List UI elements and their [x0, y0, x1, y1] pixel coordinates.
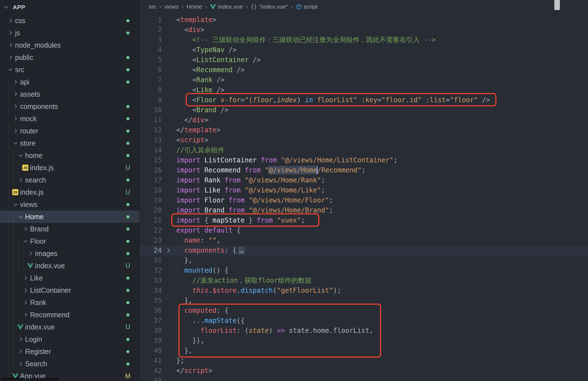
line-number[interactable]: 14: [139, 145, 162, 155]
code-line-11[interactable]: 11</div>: [139, 115, 588, 125]
breadcrumb-item-views[interactable]: views: [164, 3, 179, 10]
tree-item-like-21[interactable]: Like: [0, 272, 139, 284]
line-number[interactable]: 23: [139, 235, 162, 245]
line-number[interactable]: 3: [139, 35, 162, 45]
line-number[interactable]: 1: [139, 15, 162, 25]
line-number[interactable]: 11: [139, 115, 162, 125]
code-line-40[interactable]: 40},: [139, 346, 588, 356]
tree-item-node-modules-2[interactable]: node_modules: [0, 39, 139, 51]
tree-item-register-27[interactable]: Register: [0, 345, 139, 358]
code-line-2[interactable]: 2<div>: [139, 25, 588, 35]
breadcrumb-item-index-vue[interactable]: index.vue: [210, 3, 243, 10]
tree-item-components-7[interactable]: components: [0, 100, 139, 113]
line-number[interactable]: 40: [139, 346, 162, 356]
code-line-9[interactable]: 9<Floor v-for="(floor,index) in floorLis…: [139, 95, 588, 105]
code-line-21[interactable]: 21import { mapState } from "vuex";: [139, 215, 588, 225]
code-line-18[interactable]: 18import Like from "@/views/Home/Like";: [139, 185, 588, 195]
code-line-10[interactable]: 10<Brand />: [139, 105, 588, 115]
code-line-32[interactable]: 32mounted() {: [139, 265, 588, 275]
code-line-33[interactable]: 33//派发action，获取floor组件的数据: [139, 275, 588, 285]
line-number[interactable]: 17: [139, 175, 162, 185]
line-number[interactable]: 35: [139, 295, 162, 306]
tree-item-home-16[interactable]: Home: [0, 211, 139, 223]
tree-item-api-5[interactable]: api: [0, 76, 139, 88]
breadcrumb-item-home[interactable]: Home: [187, 3, 202, 10]
line-number[interactable]: 20: [139, 205, 162, 215]
line-number[interactable]: 36: [139, 306, 162, 316]
tree-item-mock-8[interactable]: mock: [0, 113, 139, 125]
code-area[interactable]: 1<template>2<div>3<!-- 三级联动全局组件：三级联动已经注册…: [139, 13, 588, 381]
line-number[interactable]: 41: [139, 356, 162, 366]
line-number[interactable]: 33: [139, 275, 162, 285]
code-line-16[interactable]: 16import Recommend from "@/views/Home/Re…: [139, 165, 588, 175]
code-line-34[interactable]: 34this.$store.dispatch("getFloorList");: [139, 285, 588, 295]
tree-item-search-13[interactable]: search: [0, 174, 139, 186]
code-line-13[interactable]: 13<script>: [139, 135, 588, 145]
code-line-5[interactable]: 5<ListContainer />: [139, 55, 588, 65]
line-number[interactable]: 4: [139, 45, 162, 55]
breadcrumb-item--index-vue-[interactable]: {}"index.vue": [251, 3, 288, 10]
tree-item-recommend-24[interactable]: Recommend: [0, 309, 139, 321]
sidebar-horizontal-scrollbar[interactable]: [1, 378, 59, 380]
tree-item-index-vue-25[interactable]: index.vueU: [0, 321, 139, 333]
code-line-12[interactable]: 12</template>: [139, 125, 588, 135]
code-line-19[interactable]: 19import Floor from "@/views/Home/Floor"…: [139, 195, 588, 205]
line-number[interactable]: 12: [139, 125, 162, 135]
code-line-35[interactable]: 35},: [139, 295, 588, 306]
line-number[interactable]: 39: [139, 336, 162, 346]
code-line-14[interactable]: 14//引入其余组件: [139, 145, 588, 155]
line-number[interactable]: 24: [139, 245, 162, 255]
line-number[interactable]: 31: [139, 255, 162, 265]
code-line-1[interactable]: 1<template>: [139, 15, 588, 25]
code-line-3[interactable]: 3<!-- 三级联动全局组件：三级联动已经注册为全局组件，因此不需要在引入 --…: [139, 35, 588, 45]
line-number[interactable]: 37: [139, 316, 162, 326]
line-number[interactable]: 42: [139, 366, 162, 376]
tree-item-css-0[interactable]: css: [0, 14, 139, 27]
tree-item-assets-6[interactable]: assets: [0, 88, 139, 100]
code-line-41[interactable]: 41};: [139, 356, 588, 366]
tree-item-index-vue-20[interactable]: index.vueU: [0, 260, 139, 272]
tree-item-home-11[interactable]: home: [0, 149, 139, 162]
code-line-8[interactable]: 8<Like />: [139, 85, 588, 95]
code-line-17[interactable]: 17import Rank from "@/views/Home/Rank";: [139, 175, 588, 185]
code-line-7[interactable]: 7<Rank />: [139, 75, 588, 85]
line-number[interactable]: 19: [139, 195, 162, 205]
tree-item-index-js-14[interactable]: JSindex.jsU: [0, 186, 139, 198]
line-number[interactable]: 38: [139, 326, 162, 336]
line-number[interactable]: 32: [139, 265, 162, 275]
explorer-root-header[interactable]: APP: [0, 0, 139, 14]
code-line-4[interactable]: 4<TypeNav />: [139, 45, 588, 55]
code-line-36[interactable]: 36computed: {: [139, 306, 588, 316]
line-number[interactable]: 9: [139, 95, 162, 105]
breadcrumb-item-script[interactable]: script: [296, 3, 318, 10]
code-line-43[interactable]: 43: [139, 376, 588, 381]
line-number[interactable]: 13: [139, 135, 162, 145]
tree-item-views-15[interactable]: views: [0, 198, 139, 211]
line-number[interactable]: 43: [139, 376, 162, 381]
code-line-20[interactable]: 20import Brand from "@/views/Home/Brand"…: [139, 205, 588, 215]
tree-item-router-9[interactable]: router: [0, 125, 139, 137]
line-number[interactable]: 21: [139, 215, 162, 225]
line-number[interactable]: 34: [139, 285, 162, 295]
code-line-6[interactable]: 6<Recommend />: [139, 65, 588, 75]
fold-chevron-icon[interactable]: [162, 245, 176, 255]
line-number[interactable]: 18: [139, 185, 162, 195]
line-number[interactable]: 6: [139, 65, 162, 75]
code-line-42[interactable]: 42</script>: [139, 366, 588, 376]
code-line-39[interactable]: 39}),: [139, 336, 588, 346]
line-number[interactable]: 5: [139, 55, 162, 65]
tree-item-floor-18[interactable]: Floor: [0, 235, 139, 247]
line-number[interactable]: 10: [139, 105, 162, 115]
line-number[interactable]: 15: [139, 155, 162, 165]
tree-item-login-26[interactable]: Login: [0, 333, 139, 345]
tree-item-src-4[interactable]: src: [0, 63, 139, 76]
tree-item-rank-23[interactable]: Rank: [0, 296, 139, 309]
code-line-15[interactable]: 15import ListContainer from "@/views/Hom…: [139, 155, 588, 165]
line-number[interactable]: 7: [139, 75, 162, 85]
tree-item-brand-17[interactable]: Brand: [0, 223, 139, 235]
tree-item-images-19[interactable]: images: [0, 247, 139, 260]
tree-item-js-1[interactable]: js: [0, 27, 139, 39]
breadcrumb-item-src[interactable]: src: [149, 3, 156, 10]
tree-item-search-28[interactable]: Search: [0, 358, 139, 370]
tree-item-public-3[interactable]: public: [0, 51, 139, 63]
